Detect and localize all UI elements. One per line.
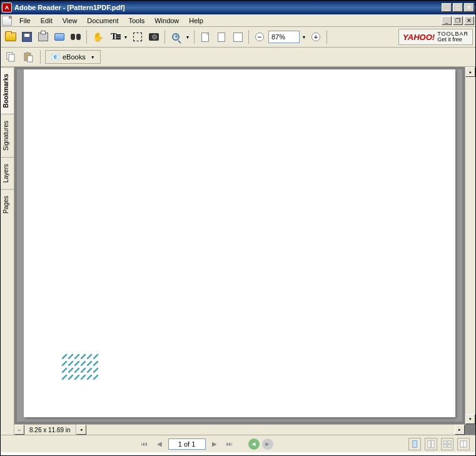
zoom-level-dropdown[interactable]: ▼ bbox=[301, 35, 307, 39]
continuous-view-button[interactable] bbox=[425, 438, 437, 450]
document-icon[interactable] bbox=[2, 16, 12, 26]
content-area: Bookmarks Signatures Layers Pages bbox=[1, 67, 475, 435]
zoom-out-button[interactable]: − bbox=[252, 29, 267, 44]
close-button[interactable]: ✕ bbox=[464, 3, 474, 12]
zoom-input[interactable] bbox=[268, 31, 300, 43]
text-select-button[interactable]: T bbox=[106, 29, 121, 44]
menu-file[interactable]: File bbox=[14, 16, 36, 26]
main-toolbar: ✋ T ▼ ▼ − ▼ + YAHOO! TOOLBAR Get it free bbox=[1, 27, 475, 48]
separator bbox=[194, 30, 195, 44]
facing-view-button[interactable] bbox=[441, 438, 453, 450]
scroll-right-button[interactable]: ▸ bbox=[455, 425, 465, 435]
menu-document[interactable]: Document bbox=[82, 16, 123, 26]
maximize-button[interactable]: □ bbox=[453, 3, 463, 12]
svg-line-9 bbox=[88, 355, 91, 358]
next-page-button[interactable]: ▶ bbox=[208, 438, 221, 450]
svg-line-11 bbox=[63, 362, 66, 365]
text-icon: T bbox=[111, 32, 116, 42]
svg-line-7 bbox=[75, 355, 79, 358]
ebooks-button[interactable]: 📧 eBooks ▼ bbox=[45, 50, 101, 64]
menu-window[interactable]: Window bbox=[149, 16, 184, 26]
back-button[interactable]: ◄ bbox=[248, 438, 260, 450]
save-button[interactable] bbox=[19, 29, 34, 44]
minimize-button[interactable]: _ bbox=[442, 3, 452, 12]
svg-line-26 bbox=[81, 375, 85, 379]
separator bbox=[86, 30, 87, 44]
vertical-scrollbar[interactable]: ▴ ▾ bbox=[465, 67, 475, 424]
fit-page-button[interactable] bbox=[214, 29, 229, 44]
mdi-close-button[interactable]: ✕ bbox=[464, 16, 474, 25]
separator bbox=[40, 50, 41, 64]
marquee-select-button[interactable] bbox=[130, 29, 145, 44]
first-page-button[interactable]: ⏮ bbox=[138, 438, 151, 450]
print-button[interactable] bbox=[36, 29, 51, 44]
tab-layers[interactable]: Layers bbox=[1, 157, 14, 189]
menu-help[interactable]: Help bbox=[184, 16, 208, 26]
svg-line-27 bbox=[88, 375, 91, 379]
hand-tool-button[interactable]: ✋ bbox=[90, 29, 105, 44]
menu-view[interactable]: View bbox=[58, 16, 83, 26]
svg-rect-4 bbox=[28, 56, 33, 62]
svg-rect-29 bbox=[428, 440, 430, 448]
dimensions-toggle[interactable]: ↔ bbox=[14, 425, 24, 435]
pdf-page bbox=[24, 69, 455, 417]
prev-page-button[interactable]: ◀ bbox=[153, 438, 166, 450]
svg-line-23 bbox=[63, 375, 66, 379]
horizontal-scrollbar[interactable]: ↔ 8.26 x 11.69 in ◂ ▸ bbox=[14, 424, 465, 435]
tab-signatures[interactable]: Signatures bbox=[1, 114, 14, 157]
ebooks-label: eBooks bbox=[63, 53, 86, 61]
menu-edit[interactable]: Edit bbox=[36, 16, 58, 26]
paste-button[interactable] bbox=[21, 49, 36, 64]
zoom-in-button[interactable] bbox=[168, 29, 183, 44]
scroll-down-button[interactable]: ▾ bbox=[465, 414, 475, 424]
scroll-left-button[interactable]: ◂ bbox=[76, 425, 86, 435]
fit-width-button[interactable] bbox=[230, 29, 245, 44]
page-number-input[interactable] bbox=[168, 438, 206, 450]
copy-to-clipboard-button[interactable] bbox=[3, 49, 18, 64]
window-title: Adobe Reader - [Pattern1PDF.pdf] bbox=[14, 4, 442, 11]
text-select-dropdown[interactable]: ▼ bbox=[123, 35, 129, 39]
svg-line-16 bbox=[94, 362, 98, 365]
svg-line-14 bbox=[81, 362, 85, 365]
svg-line-6 bbox=[69, 355, 73, 358]
page-canvas[interactable] bbox=[17, 69, 462, 422]
single-page-view-button[interactable] bbox=[408, 438, 421, 450]
sidebar-tabs: Bookmarks Signatures Layers Pages bbox=[1, 67, 14, 435]
mdi-minimize-button[interactable]: _ bbox=[442, 16, 452, 25]
svg-line-25 bbox=[75, 375, 79, 379]
menu-tools[interactable]: Tools bbox=[124, 16, 150, 26]
chevron-down-icon: ▼ bbox=[91, 55, 95, 59]
pattern-graphic bbox=[61, 353, 101, 380]
sidebar-filler bbox=[1, 220, 14, 435]
yahoo-toolbar-promo[interactable]: YAHOO! TOOLBAR Get it free bbox=[398, 29, 473, 45]
svg-line-5 bbox=[63, 355, 66, 358]
mdi-restore-button[interactable]: ❐ bbox=[453, 16, 463, 25]
snapshot-button[interactable] bbox=[146, 29, 161, 44]
svg-rect-33 bbox=[443, 445, 447, 447]
continuous-facing-view-button[interactable] bbox=[457, 438, 470, 450]
tab-pages[interactable]: Pages bbox=[1, 189, 14, 220]
svg-line-19 bbox=[75, 368, 79, 372]
secondary-toolbar: 📧 eBooks ▼ bbox=[1, 48, 475, 67]
svg-rect-30 bbox=[432, 440, 434, 448]
svg-line-8 bbox=[81, 355, 85, 358]
zoom-dropdown[interactable]: ▼ bbox=[185, 35, 191, 39]
zoom-in-step-button[interactable]: + bbox=[308, 29, 323, 44]
last-page-button[interactable]: ⏭ bbox=[223, 438, 236, 450]
svg-rect-1 bbox=[9, 54, 14, 61]
svg-line-28 bbox=[94, 375, 98, 379]
separator bbox=[248, 30, 249, 44]
svg-line-10 bbox=[94, 355, 98, 358]
scroll-up-button[interactable]: ▴ bbox=[465, 67, 475, 77]
svg-line-12 bbox=[69, 362, 73, 365]
open-button[interactable] bbox=[3, 29, 18, 44]
forward-button[interactable]: ► bbox=[262, 438, 273, 450]
search-button[interactable] bbox=[68, 29, 83, 44]
svg-line-20 bbox=[81, 368, 85, 372]
tab-bookmarks[interactable]: Bookmarks bbox=[1, 67, 14, 114]
email-button[interactable] bbox=[52, 29, 67, 44]
yahoo-logo-icon: YAHOO! bbox=[403, 33, 435, 42]
svg-line-13 bbox=[75, 362, 79, 365]
actual-size-button[interactable] bbox=[198, 29, 213, 44]
svg-line-21 bbox=[88, 368, 91, 372]
